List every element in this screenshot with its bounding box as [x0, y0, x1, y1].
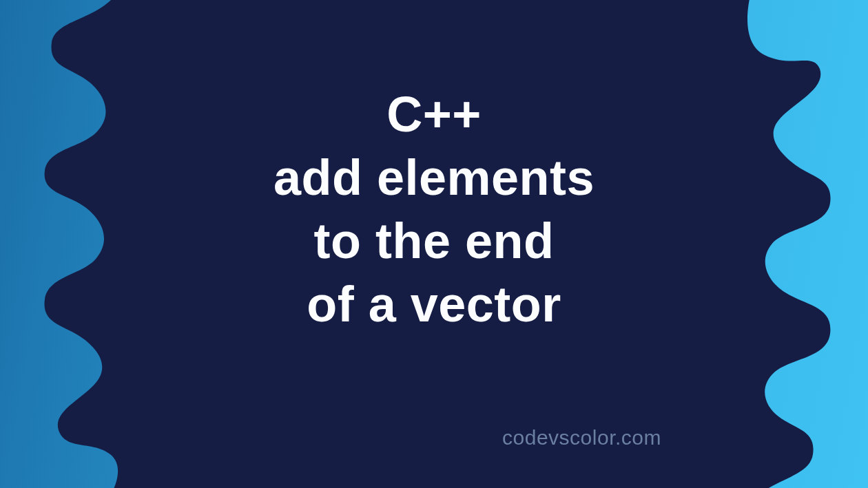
title-text: C++ add elements to the end of a vector: [0, 83, 868, 337]
title-line-2: add elements: [0, 146, 868, 209]
watermark-text: codevscolor.com: [502, 426, 661, 449]
title-line-3: to the end: [0, 209, 868, 273]
title-line-4: of a vector: [0, 273, 868, 336]
banner-image: C++ add elements to the end of a vector …: [0, 0, 868, 488]
title-line-1: C++: [0, 83, 868, 146]
